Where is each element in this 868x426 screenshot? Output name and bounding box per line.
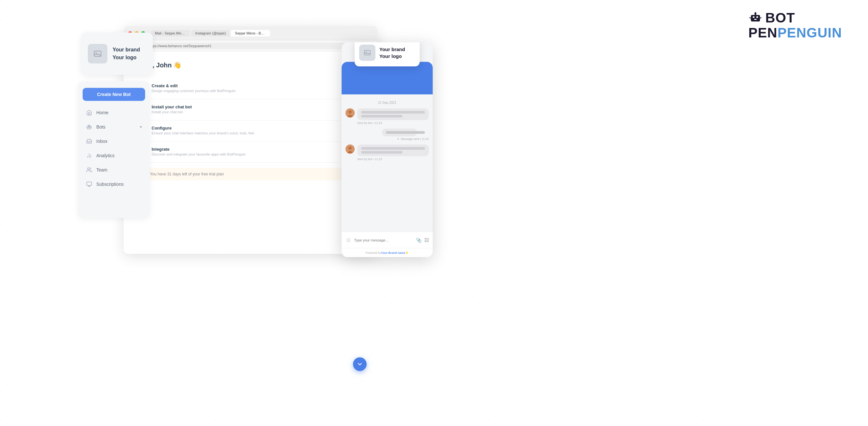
feature-install: 🚀 Install your chat bot Install your cha… <box>137 99 364 120</box>
svg-point-8 <box>755 12 756 13</box>
sidebar-item-analytics[interactable]: Analytics <box>83 149 145 162</box>
logo-text-pen: PENPENGUIN <box>748 25 842 40</box>
robot-icon <box>748 12 763 24</box>
svg-rect-5 <box>754 19 757 20</box>
chat-bubble-1 <box>357 109 429 120</box>
chat-widget: Your brand Your logo 21 Sep 2021 <box>342 42 433 257</box>
chat-meta-1: Sent by bot • 11:23 <box>357 121 429 125</box>
sidebar-item-subscriptions[interactable]: Subscriptions <box>83 178 145 191</box>
svg-rect-2 <box>751 15 760 22</box>
chat-widget-header <box>342 62 433 94</box>
browser-urlbar: ‹ › ↻ https://www.behance.net/Seppawens#… <box>124 40 377 52</box>
feature-content-integrate: Integrate Discover and integrate your fa… <box>152 147 246 156</box>
subscriptions-icon <box>86 181 92 187</box>
botpenguin-logo: BOT PENPENGUIN <box>748 10 842 40</box>
sidebar-panel: Create New Bot Home <box>78 81 150 218</box>
bots-icon <box>86 124 92 130</box>
chat-input-bar: ☺ 📎 🖼 <box>342 232 433 248</box>
chat-date-divider: 21 Sep 2021 <box>345 101 429 104</box>
main-content: Your brand Your logo Create New Bot Home <box>71 26 429 384</box>
sidebar-item-bots[interactable]: Bots ▾ <box>83 120 145 133</box>
chat-meta-2: Sent by bot • 11:23 <box>357 157 429 161</box>
brand-card-topleft: Your brand Your logo <box>81 33 153 75</box>
sidebar-label-inbox: Inbox <box>96 139 107 144</box>
feature-content-create: Create & edit Design engaging customer j… <box>152 83 236 93</box>
chat-bubble-group-2: Sent by bot • 11:23 <box>357 145 429 161</box>
chat-brand-text: Your brand Your logo <box>379 46 405 60</box>
sidebar-label-analytics: Analytics <box>96 153 115 158</box>
sidebar-label-team: Team <box>96 167 107 173</box>
feature-configure: ⚙️ Configure Ensure your chat interface … <box>137 120 364 142</box>
browser-tabs: Mail - Seppe.Wens@gmail.com Instagram (@… <box>151 30 270 36</box>
brand-logo-image-placeholder <box>88 44 107 63</box>
chat-bubble-2 <box>357 145 429 156</box>
sidebar-label-subscriptions: Subscriptions <box>96 182 124 187</box>
svg-point-18 <box>88 168 90 170</box>
chat-input-field[interactable] <box>354 238 413 242</box>
attach-button[interactable]: 📎 <box>416 238 422 243</box>
image-button[interactable]: 🖼 <box>424 238 429 243</box>
chat-bubble-group-1: Sent by bot • 11:23 <box>357 109 429 125</box>
trial-text: You have 31 days left of your free trial… <box>150 172 224 176</box>
svg-rect-13 <box>88 127 89 127</box>
chat-sent-group: ✓ Message sent | 11:24 <box>382 128 429 141</box>
feature-content-configure: Configure Ensure your chat interface mat… <box>152 126 254 135</box>
chat-meta-sent: ✓ Message sent | 11:24 <box>382 137 429 141</box>
powered-icon: ⚡ <box>405 251 409 254</box>
feature-list: ✏️ Create & edit Design engaging custome… <box>137 78 364 163</box>
feature-create-edit: ✏️ Create & edit Design engaging custome… <box>137 78 364 99</box>
feature-content-install: Install your chat bot Install your chat … <box>152 104 192 114</box>
browser-tab-mail[interactable]: Mail - Seppe.Wens@gmail.com <box>151 30 190 36</box>
chat-message-received-1: Sent by bot • 11:23 <box>345 109 429 125</box>
chat-bubble-sent <box>382 128 417 136</box>
trial-banner: 🔔 You have 31 days left of your free tri… <box>137 168 364 180</box>
analytics-icon <box>86 152 92 159</box>
team-icon <box>86 166 92 173</box>
svg-point-28 <box>348 147 352 150</box>
chevron-down-icon <box>356 361 363 367</box>
check-icon: ✓ <box>397 137 400 141</box>
svg-rect-19 <box>87 182 92 185</box>
powered-brand-name: Your Brand name <box>381 251 405 254</box>
browser-content: Hello, John 👋 ✏️ Create & edit Design en… <box>124 52 377 254</box>
brand-card-text: Your brand Your logo <box>113 46 140 62</box>
sidebar-label-home: Home <box>96 110 108 115</box>
sidebar-item-team[interactable]: Team <box>83 163 145 176</box>
chat-message-sent: ✓ Message sent | 11:24 <box>345 128 429 141</box>
svg-rect-22 <box>364 51 370 55</box>
chat-brand-logo-placeholder <box>359 44 375 61</box>
create-new-bot-button[interactable]: Create New Bot <box>83 88 145 101</box>
emoji-button[interactable]: ☺ <box>345 237 351 243</box>
browser-tab-behance[interactable]: Seppe Wens - Behance <box>231 30 270 36</box>
svg-rect-9 <box>94 51 101 56</box>
bots-arrow-icon: ▾ <box>140 125 142 129</box>
chat-brand-card: Your brand Your logo <box>354 42 420 66</box>
feature-integrate: 🔗 Integrate Discover and integrate your … <box>137 142 364 163</box>
chat-avatar-1 <box>345 109 354 118</box>
url-bar[interactable]: https://www.behance.net/Seppawens#1 <box>144 42 373 49</box>
powered-by-bar: Powered by Your Brand name ⚡ <box>342 248 433 257</box>
scroll-down-button[interactable] <box>353 357 367 371</box>
inbox-icon <box>86 138 92 145</box>
browser-tab-instagram[interactable]: Instagram (@sppe) <box>191 30 230 36</box>
svg-point-12 <box>89 125 90 125</box>
svg-rect-14 <box>90 127 90 127</box>
chat-body: 21 Sep 2021 Sent by bot • 11:23 <box>342 94 433 232</box>
sidebar-item-home[interactable]: Home <box>83 106 145 119</box>
svg-rect-4 <box>756 16 758 18</box>
browser-window: Mail - Seppe.Wens@gmail.com Instagram (@… <box>124 26 377 254</box>
browser-titlebar: Mail - Seppe.Wens@gmail.com Instagram (@… <box>124 26 377 40</box>
logo-text-bot: BOT <box>765 10 795 25</box>
home-icon <box>86 109 92 116</box>
sidebar-label-bots: Bots <box>96 124 105 129</box>
chat-message-received-2: Sent by bot • 11:23 <box>345 145 429 161</box>
chat-avatar-2 <box>345 145 354 154</box>
svg-point-25 <box>348 110 352 114</box>
greeting-text: Hello, John 👋 <box>137 61 364 69</box>
sidebar-item-inbox[interactable]: Inbox <box>83 135 145 148</box>
svg-rect-3 <box>753 16 754 18</box>
svg-rect-11 <box>87 126 91 129</box>
